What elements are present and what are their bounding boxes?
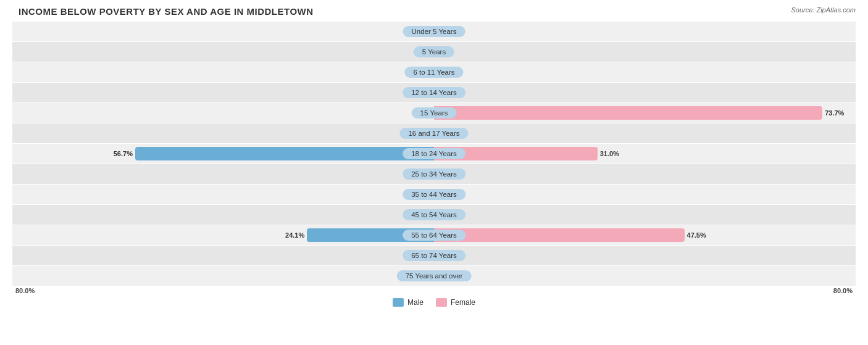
age-label: 75 Years and over bbox=[397, 270, 472, 281]
age-label: 15 Years bbox=[412, 107, 457, 118]
legend-male: Male bbox=[393, 298, 424, 307]
legend-male-label: Male bbox=[407, 298, 424, 307]
age-label: 18 to 24 Years bbox=[403, 148, 465, 159]
chart-rows: 0.0%0.0%Under 5 Years0.0%0.0%5 Years0.0%… bbox=[12, 22, 856, 286]
row-wrapper: 0.0%0.0%6 to 11 Years bbox=[12, 62, 856, 82]
age-label: 65 to 74 Years bbox=[403, 250, 465, 261]
row-wrapper: 56.7%31.0%18 to 24 Years bbox=[12, 144, 856, 164]
age-label: 55 to 64 Years bbox=[403, 230, 465, 241]
legend-female-label: Female bbox=[451, 298, 475, 307]
age-label: Under 5 Years bbox=[403, 26, 465, 37]
female-value-label: 73.7% bbox=[825, 109, 844, 117]
female-value-label: 31.0% bbox=[600, 150, 619, 157]
legend-female-box bbox=[436, 298, 447, 307]
row-wrapper: 0.0%0.0%12 to 14 Years bbox=[12, 83, 856, 102]
row-wrapper: 0.0%0.0%45 to 54 Years bbox=[12, 205, 856, 225]
source-text: Source: ZipAtlas.com bbox=[791, 6, 856, 14]
row-wrapper: 0.0%0.0%25 to 34 Years bbox=[12, 164, 856, 184]
legend-female: Female bbox=[436, 298, 475, 307]
axis-right: 80.0% bbox=[833, 287, 853, 294]
female-bar bbox=[434, 228, 685, 242]
age-label: 35 to 44 Years bbox=[403, 189, 465, 200]
age-label: 6 to 11 Years bbox=[404, 67, 463, 78]
male-value-label: 56.7% bbox=[114, 150, 133, 157]
female-value-label: 47.5% bbox=[687, 231, 706, 239]
female-bar bbox=[434, 106, 822, 120]
row-wrapper: 0.0%0.0%65 to 74 Years bbox=[12, 246, 856, 265]
legend: Male Female bbox=[12, 298, 856, 307]
row-wrapper: 0.0%0.0%35 to 44 Years bbox=[12, 185, 856, 204]
male-value-label: 24.1% bbox=[285, 231, 304, 239]
age-label: 16 and 17 Years bbox=[399, 128, 468, 139]
row-wrapper: 0.0%0.0%5 Years bbox=[12, 42, 856, 62]
age-label: 5 Years bbox=[414, 46, 454, 57]
chart-title: INCOME BELOW POVERTY BY SEX AND AGE IN M… bbox=[12, 6, 314, 17]
row-wrapper: 0.0%0.0%Under 5 Years bbox=[12, 22, 856, 41]
legend-male-box bbox=[393, 298, 404, 307]
age-label: 25 to 34 Years bbox=[403, 168, 465, 180]
row-wrapper: 24.1%47.5%55 to 64 Years bbox=[12, 225, 856, 245]
age-label: 45 to 54 Years bbox=[403, 209, 465, 220]
chart-container: INCOME BELOW POVERTY BY SEX AND AGE IN M… bbox=[0, 0, 868, 345]
age-label: 12 to 14 Years bbox=[403, 87, 465, 98]
row-wrapper: 0.0%0.0%75 Years and over bbox=[12, 266, 856, 286]
axis-labels: 80.0% 80.0% bbox=[12, 287, 856, 294]
axis-left: 80.0% bbox=[15, 287, 35, 294]
row-wrapper: 0.0%73.7%15 Years bbox=[12, 103, 856, 123]
male-bar bbox=[135, 147, 434, 160]
row-wrapper: 0.0%0.0%16 and 17 Years bbox=[12, 123, 856, 143]
